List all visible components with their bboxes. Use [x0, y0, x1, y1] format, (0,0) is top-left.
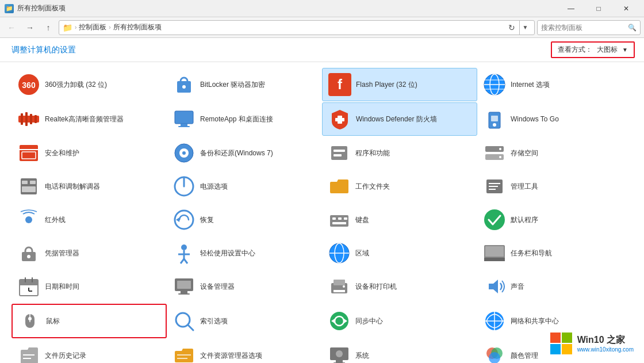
- item-bitlocker-icon: [172, 73, 195, 96]
- item-infrared[interactable]: 红外线: [12, 204, 167, 236]
- search-input[interactable]: [541, 24, 628, 32]
- refresh-button[interactable]: ↻: [504, 20, 519, 35]
- maximize-button[interactable]: □: [585, 0, 612, 17]
- item-sync-icon: [328, 309, 351, 333]
- svg-rect-16: [34, 115, 37, 123]
- item-network-icon: [483, 309, 506, 333]
- item-programs-icon: [328, 142, 351, 165]
- item-mouse-icon: [18, 309, 41, 333]
- up-button[interactable]: ↑: [40, 20, 56, 36]
- item-fileexplorer-icon: [172, 344, 195, 363]
- item-power[interactable]: 电源选项: [167, 170, 322, 202]
- item-realtek[interactable]: Realtek高清晰音频管理器: [12, 102, 167, 136]
- item-default[interactable]: 默认程序: [477, 204, 632, 236]
- svg-rect-79: [181, 291, 187, 293]
- search-bar[interactable]: 🔍: [537, 20, 641, 35]
- breadcrumb-part-2: 所有控制面板项: [113, 22, 162, 32]
- item-default-icon: [483, 208, 506, 231]
- svg-rect-119: [562, 333, 572, 343]
- breadcrumb-part-1: 控制面板: [79, 22, 106, 32]
- item-storage-icon: [483, 142, 506, 165]
- item-devprinter[interactable]: 设备和打印机: [322, 270, 477, 303]
- item-realtek-label: Realtek高清晰音频管理器: [45, 114, 124, 124]
- item-credentials[interactable]: 凭据管理器: [12, 237, 167, 269]
- svg-rect-54: [338, 217, 342, 220]
- item-mouse[interactable]: 鼠标: [12, 304, 167, 338]
- item-windefender[interactable]: Windows Defender 防火墙: [322, 102, 477, 136]
- svg-point-4: [182, 85, 186, 89]
- item-flash[interactable]: fFlash Player (32 位): [322, 68, 477, 101]
- item-wintogo[interactable]: Windows To Go: [477, 102, 632, 136]
- svg-marker-51: [176, 217, 179, 222]
- item-internet[interactable]: Internet 选项: [477, 68, 632, 101]
- address-dropdown-button[interactable]: ▼: [519, 20, 531, 35]
- title-bar: 📁 所有控制面板项 — □ ✕: [0, 0, 644, 17]
- item-programs[interactable]: 程序和功能: [322, 137, 477, 169]
- item-bitlocker[interactable]: BitLocker 驱动器加密: [167, 68, 322, 101]
- main-content: 360360强力卸载 (32 位)BitLocker 驱动器加密fFlash P…: [0, 62, 644, 363]
- svg-rect-98: [23, 358, 31, 359]
- watermark-url: www.win10xitong.com: [577, 346, 634, 353]
- svg-rect-34: [334, 154, 342, 156]
- svg-rect-19: [181, 124, 187, 126]
- item-credentials-label: 凭据管理器: [45, 249, 79, 258]
- svg-rect-55: [344, 217, 347, 220]
- item-sync[interactable]: 同步中心: [322, 304, 477, 338]
- svg-rect-99: [177, 354, 191, 356]
- item-taskbar[interactable]: 任务栏和导航: [477, 237, 632, 269]
- item-power-label: 电源选项: [200, 182, 228, 192]
- item-internet-icon: [483, 73, 506, 96]
- item-workfolder[interactable]: 工作文件夹: [322, 170, 477, 202]
- item-backup-label: 备份和还原(Windows 7): [200, 148, 273, 158]
- svg-rect-120: [550, 344, 561, 354]
- item-wintogo-icon: [483, 108, 506, 131]
- item-remoteapp[interactable]: RemoteApp 和桌面连接: [167, 102, 322, 136]
- forward-button[interactable]: →: [22, 20, 38, 36]
- item-360-icon: 360: [17, 73, 40, 96]
- item-filehistory[interactable]: 文件历史记录: [12, 339, 167, 363]
- item-filehistory-label: 文件历史记录: [45, 351, 86, 361]
- item-backup-icon: [172, 142, 195, 165]
- svg-point-57: [484, 209, 505, 230]
- scroll-area[interactable]: 360360强力卸载 (32 位)BitLocker 驱动器加密fFlash P…: [0, 62, 644, 363]
- item-remoteapp-label: RemoteApp 和桌面连接: [200, 114, 273, 124]
- close-button[interactable]: ✕: [613, 0, 639, 17]
- address-bar[interactable]: 📁 › 控制面板 › 所有控制面板项 ↻ ▼: [59, 20, 535, 35]
- title-bar-title: 所有控制面板项: [17, 3, 558, 13]
- svg-point-37: [499, 148, 501, 150]
- minimize-button[interactable]: —: [558, 0, 584, 17]
- item-keyboard[interactable]: 键盘: [322, 204, 477, 236]
- item-recovery[interactable]: 恢复: [167, 204, 322, 236]
- item-phone[interactable]: 电话和调制解调器: [12, 170, 167, 202]
- view-label: 查看方式：: [558, 45, 592, 55]
- item-windefender-label: Windows Defender 防火墙: [356, 114, 437, 124]
- item-devmgr[interactable]: 设备管理器: [167, 270, 322, 303]
- svg-rect-118: [550, 333, 561, 343]
- view-selector[interactable]: 查看方式： 大图标 ▼: [551, 41, 635, 58]
- item-fileexplorer[interactable]: 文件资源管理器选项: [167, 339, 322, 363]
- item-color-icon: [483, 344, 506, 363]
- item-ease[interactable]: 轻松使用设置中心: [167, 237, 322, 269]
- item-indexing[interactable]: 索引选项: [167, 304, 322, 338]
- svg-rect-48: [489, 189, 496, 190]
- item-credentials-icon: [17, 242, 40, 265]
- item-recovery-icon: [172, 208, 195, 231]
- item-storage[interactable]: 存储空间: [477, 137, 632, 169]
- back-button[interactable]: ←: [3, 20, 20, 36]
- view-value: 大图标: [597, 45, 618, 55]
- item-manage[interactable]: 管理工具: [477, 170, 632, 202]
- svg-line-90: [188, 325, 193, 330]
- svg-rect-52: [330, 215, 348, 227]
- item-security[interactable]: 安全和维护: [12, 137, 167, 169]
- watermark-text-container: Win10 之家 www.win10xitong.com: [577, 334, 634, 353]
- item-system[interactable]: 系统: [322, 339, 477, 363]
- item-datetime[interactable]: 日期和时间: [12, 270, 167, 303]
- item-backup[interactable]: 备份和还原(Windows 7): [167, 137, 322, 169]
- item-region[interactable]: 区域: [322, 237, 477, 269]
- item-datetime-label: 日期和时间: [45, 282, 79, 292]
- item-sound[interactable]: 声音: [477, 270, 632, 303]
- item-360[interactable]: 360360强力卸载 (32 位): [12, 68, 167, 101]
- item-flash-label: Flash Player (32 位): [356, 80, 417, 90]
- view-dropdown-icon[interactable]: ▼: [622, 47, 628, 53]
- svg-rect-32: [331, 146, 347, 160]
